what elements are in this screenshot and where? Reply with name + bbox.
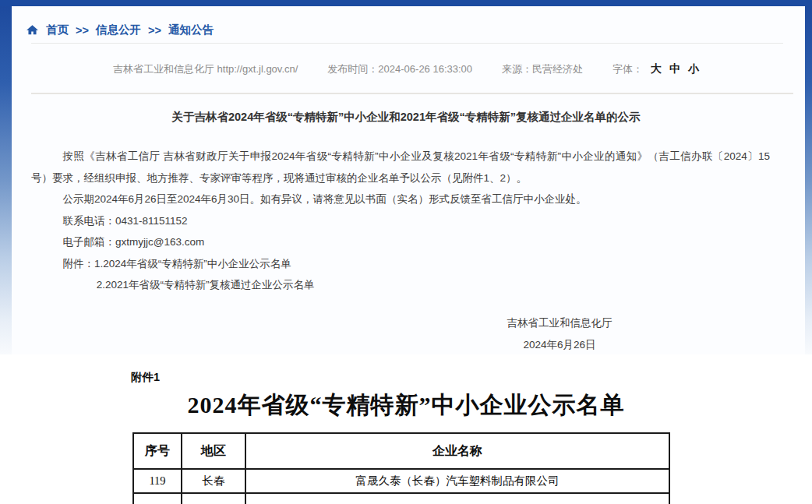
breadcrumb-separator: >> [148,24,161,37]
breadcrumb-home[interactable]: 首页 [46,23,69,37]
breadcrumb-notices[interactable]: 通知公告 [168,23,214,37]
cell-company [245,493,669,504]
font-size-large-button[interactable]: 大 [651,62,662,76]
breadcrumb-separator: >> [76,24,89,37]
paragraph-public-period: 公示期2024年6月26日至2024年6月30日。如有异议，请将意见以书面（实名… [31,189,770,210]
article-meta: 吉林省工业和信息化厅 http://gxt.jl.gov.cn/ 发布时间：20… [31,62,781,76]
paragraph-basis: 按照《吉林省工信厅 吉林省财政厅关于申报2024年省级“专精特新”中小企业及复核… [31,146,770,189]
meta-divider [31,93,793,94]
attachment-preview: 附件1 2024年省级“专精特新”中小企业公示名单 序号 地区 企业名称 119… [0,354,812,504]
meta-source-site: 吉林省工业和信息化厅 http://gxt.jl.gov.cn/ [113,62,298,76]
attachment-table: 序号 地区 企业名称 119 长春 富晟久泰（长春）汽车塑料制品有限公司 [132,432,670,504]
font-size-label: 字体： [613,62,643,76]
table-header-company: 企业名称 [245,433,669,469]
article-title: 关于吉林省2024年省级“专精特新”中小企业和2021年省级“专精特新”复核通过… [31,110,781,125]
breadcrumb-info-disclosure[interactable]: 信息公开 [96,23,141,37]
cell-company: 富晟久泰（长春）汽车塑料制品有限公司 [245,469,669,493]
paragraph-attachment-2: 2.2021年省级“专精特新”复核通过企业公示名单 [31,274,770,296]
meta-publish-time: 发布时间：2024-06-26 16:33:00 [327,62,472,76]
left-border-strip [0,6,12,354]
table-row-partial [133,493,669,504]
signature-block: 吉林省工业和信息化厅 2024年6月26日 [482,312,637,356]
breadcrumb-divider [31,43,783,44]
table-header-seq: 序号 [133,433,182,469]
right-border-strip [805,6,812,354]
breadcrumb: 首页 >> 信息公开 >> 通知公告 [26,23,214,37]
font-size-small-button[interactable]: 小 [688,62,699,76]
paragraph-phone: 联系电话：0431-81151152 [31,210,770,232]
cell-seq: 119 [133,469,182,493]
font-size-switcher: 字体： 大 中 小 [613,62,699,76]
meta-origin: 来源：民营经济处 [502,62,583,76]
attachment-label: 附件1 [131,370,160,385]
signature-agency: 吉林省工业和信息化厅 [482,312,637,334]
article-body: 按照《吉林省工信厅 吉林省财政厅关于申报2024年省级“专精特新”中小企业及复核… [31,146,770,296]
cell-seq [133,493,182,504]
paragraph-email: 电子邮箱：gxtmyjjc@163.com [31,231,770,253]
table-header-row: 序号 地区 企业名称 [133,433,669,469]
signature-date: 2024年6月26日 [482,334,637,356]
table-header-region: 地区 [182,433,245,469]
cell-region [182,493,245,504]
paragraph-attachment-1: 附件：1.2024年省级“专精特新”中小企业公示名单 [31,253,770,275]
home-icon[interactable] [26,23,39,37]
attachment-heading: 2024年省级“专精特新”中小企业公示名单 [0,389,812,421]
page: 首页 >> 信息公开 >> 通知公告 吉林省工业和信息化厅 http://gxt… [0,0,812,504]
cell-region: 长春 [182,469,245,493]
top-blue-bar [0,0,812,6]
article-panel: 首页 >> 信息公开 >> 通知公告 吉林省工业和信息化厅 http://gxt… [0,0,812,354]
font-size-medium-button[interactable]: 中 [669,62,680,76]
table-row: 119 长春 富晟久泰（长春）汽车塑料制品有限公司 [133,469,669,493]
